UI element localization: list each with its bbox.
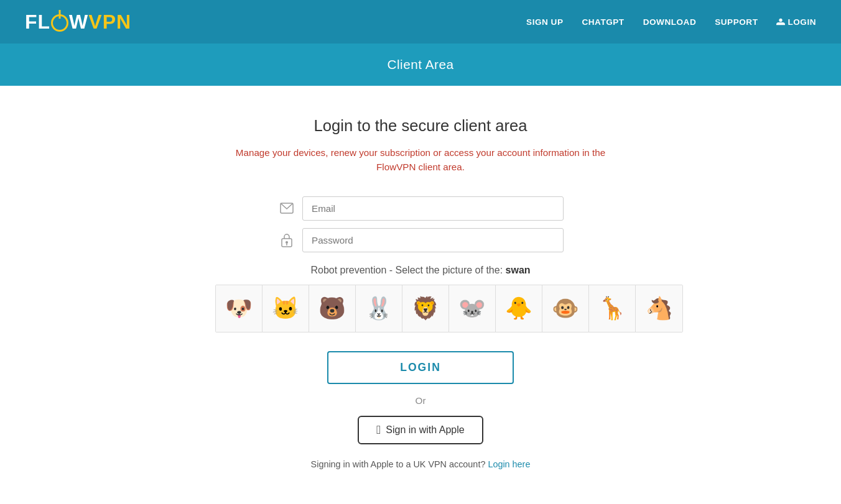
animal-mouse[interactable]: 🐭 bbox=[449, 285, 496, 332]
subtitle: Manage your devices, renew your subscrip… bbox=[215, 146, 626, 175]
nav-signup[interactable]: SIGN UP bbox=[526, 17, 563, 27]
animal-rabbit[interactable]: 🐰 bbox=[356, 285, 402, 332]
animal-chick[interactable]: 🐥 bbox=[496, 285, 542, 332]
email-icon bbox=[277, 199, 296, 218]
nav-download[interactable]: DOWNLOAD bbox=[643, 17, 697, 27]
hero-banner: Client Area bbox=[0, 44, 841, 86]
lock-icon bbox=[277, 231, 296, 249]
robot-label: Robot prevention - Select the picture of… bbox=[215, 265, 626, 276]
apple-signin-label: Sign in with Apple bbox=[386, 424, 464, 436]
apple-note: Signing in with Apple to a UK VPN accoun… bbox=[215, 459, 626, 469]
animal-giraffe[interactable]: 🦒 bbox=[589, 285, 636, 332]
apple-signin-button[interactable]:  Sign in with Apple bbox=[358, 416, 483, 444]
hero-banner-title: Client Area bbox=[387, 57, 453, 71]
or-text: Or bbox=[215, 395, 626, 406]
nav-login-label: LOGIN bbox=[788, 17, 816, 27]
svg-point-2 bbox=[286, 241, 288, 244]
email-input[interactable] bbox=[302, 196, 564, 221]
animal-grid: 🐶 🐱 🐻 🐰 🦁 🐭 🐥 🐵 🦒 🐴 bbox=[215, 285, 683, 332]
email-row bbox=[215, 196, 626, 221]
nav-links: SIGN UP CHATGPT DOWNLOAD SUPPORT LOGIN bbox=[526, 17, 816, 27]
logo: FLWVPN bbox=[25, 11, 131, 34]
password-input[interactable] bbox=[302, 228, 564, 252]
animal-monkey[interactable]: 🐵 bbox=[542, 285, 589, 332]
login-button[interactable]: LOGIN bbox=[327, 351, 514, 384]
apple-note-link[interactable]: Login here bbox=[488, 459, 530, 469]
nav-support[interactable]: SUPPORT bbox=[715, 17, 758, 27]
nav-chatgpt[interactable]: CHATGPT bbox=[582, 17, 624, 27]
page-title: Login to the secure client area bbox=[215, 117, 626, 135]
logo-text: FLWVPN bbox=[25, 11, 131, 34]
animal-cat[interactable]: 🐱 bbox=[263, 285, 309, 332]
animal-horse[interactable]: 🐴 bbox=[636, 285, 682, 332]
animal-lion[interactable]: 🦁 bbox=[402, 285, 449, 332]
robot-animal: swan bbox=[506, 265, 531, 275]
main-content: Login to the secure client area Manage y… bbox=[203, 86, 638, 504]
navbar: FLWVPN SIGN UP CHATGPT DOWNLOAD SUPPORT … bbox=[0, 0, 841, 44]
person-icon bbox=[776, 17, 785, 26]
nav-login[interactable]: LOGIN bbox=[776, 17, 816, 27]
password-row bbox=[215, 228, 626, 252]
apple-note-prefix: Signing in with Apple to a UK VPN accoun… bbox=[311, 459, 486, 469]
logo-circle-icon bbox=[51, 14, 68, 32]
animal-bear[interactable]: 🐻 bbox=[309, 285, 356, 332]
animal-dog[interactable]: 🐶 bbox=[216, 285, 263, 332]
apple-icon:  bbox=[376, 423, 381, 437]
